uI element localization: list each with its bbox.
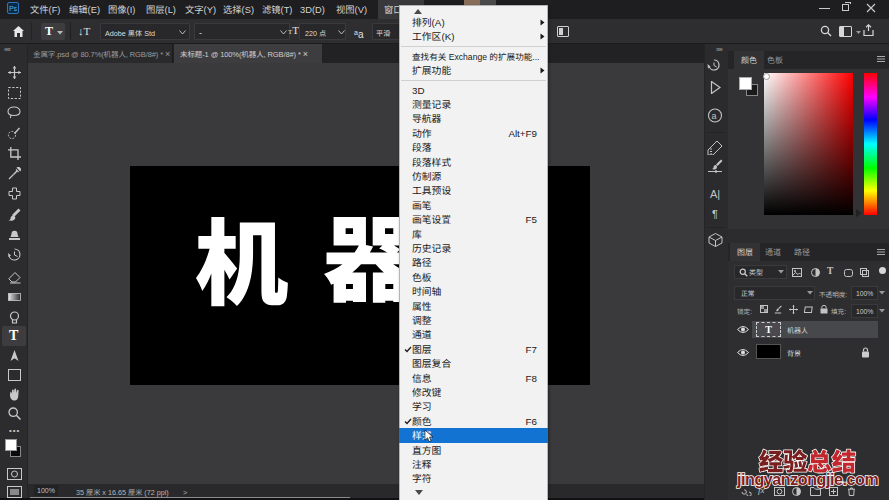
svg-text:a: a (712, 111, 717, 121)
svg-text:jingyanzongjie.com: jingyanzongjie.com (736, 471, 878, 488)
